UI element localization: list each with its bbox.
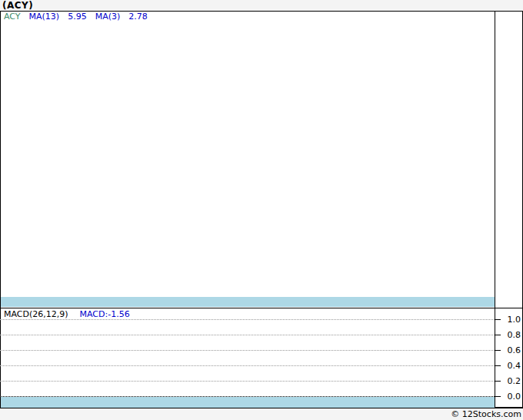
price-panel-legend: ACY MA(13) 5.95 MA(3) 2.78 — [4, 12, 148, 22]
page-title: (ACY) — [2, 0, 33, 11]
y-axis-label: 1.0 — [500, 315, 521, 324]
y-axis-line — [495, 11, 495, 408]
ticker-symbol-label: ACY — [4, 12, 21, 22]
macd-params-label: MACD(26,12,9) — [4, 310, 68, 319]
ma3-label: MA(3) — [95, 12, 121, 22]
gridline-0.4 — [0, 365, 495, 366]
ma13-label: MA(13) — [29, 12, 60, 22]
gridline-1.0 — [0, 319, 495, 320]
macd-panel-legend: MACD(26,12,9) MACD:-1.56 — [4, 310, 130, 319]
gridline-0.6 — [0, 350, 495, 351]
watermark-credit: © 12Stocks.com — [451, 410, 521, 419]
y-axis-label: 0.8 — [500, 331, 521, 339]
panel-divider-line — [0, 308, 523, 308]
gridline-0.8 — [0, 335, 495, 335]
ma3-value: 2.78 — [128, 12, 148, 22]
y-axis-label: 0.6 — [500, 346, 521, 355]
macd-panel-bottom-band — [1, 397, 495, 408]
stock-chart-page: { "header": { "title": "(ACY)" }, "main_… — [0, 0, 523, 420]
gridline-0.2 — [0, 381, 495, 382]
gridline-zero — [0, 396, 495, 397]
main-panel-bottom-band — [1, 297, 495, 307]
y-axis-label: 0.0 — [500, 392, 521, 401]
ma13-value: 5.95 — [68, 12, 87, 22]
y-axis-label: 0.2 — [500, 377, 521, 385]
macd-value: MACD:-1.56 — [80, 310, 130, 319]
y-axis-label: 0.4 — [500, 362, 521, 370]
chart-frame — [0, 11, 523, 408]
